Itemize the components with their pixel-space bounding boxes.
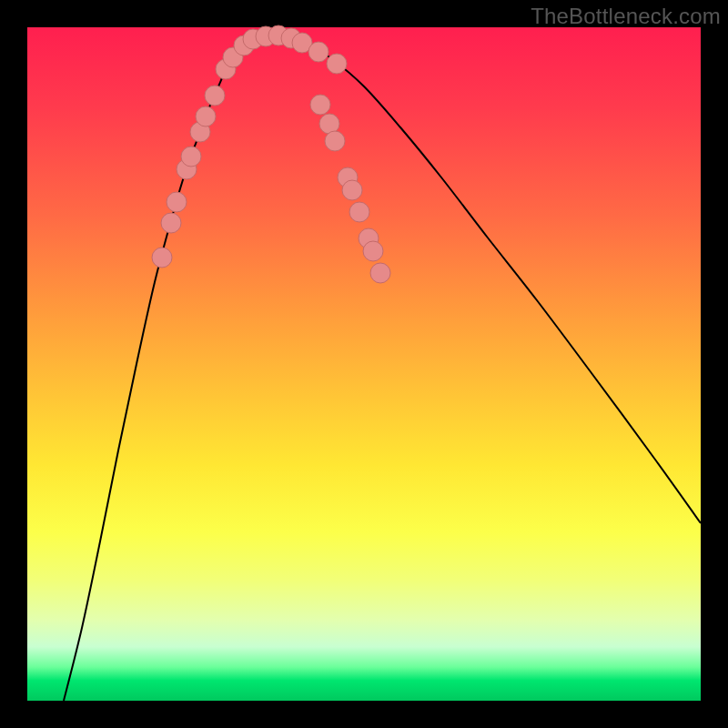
data-point (152, 248, 172, 268)
data-point (196, 106, 216, 126)
data-point (308, 42, 329, 62)
data-point (161, 213, 181, 233)
data-point (342, 180, 362, 200)
data-point (205, 86, 225, 106)
bottleneck-curve (64, 35, 701, 701)
data-point (370, 263, 390, 283)
chart-svg (27, 27, 701, 701)
plot-area (27, 27, 701, 701)
data-point (349, 202, 369, 222)
watermark-text: TheBottleneck.com (531, 4, 721, 29)
data-point (325, 131, 345, 151)
data-point-group (152, 25, 390, 283)
data-point (327, 54, 347, 74)
chart-frame: TheBottleneck.com (0, 0, 728, 728)
data-point (181, 147, 201, 167)
data-point (363, 241, 383, 261)
data-point (310, 95, 330, 115)
data-point (167, 192, 187, 212)
